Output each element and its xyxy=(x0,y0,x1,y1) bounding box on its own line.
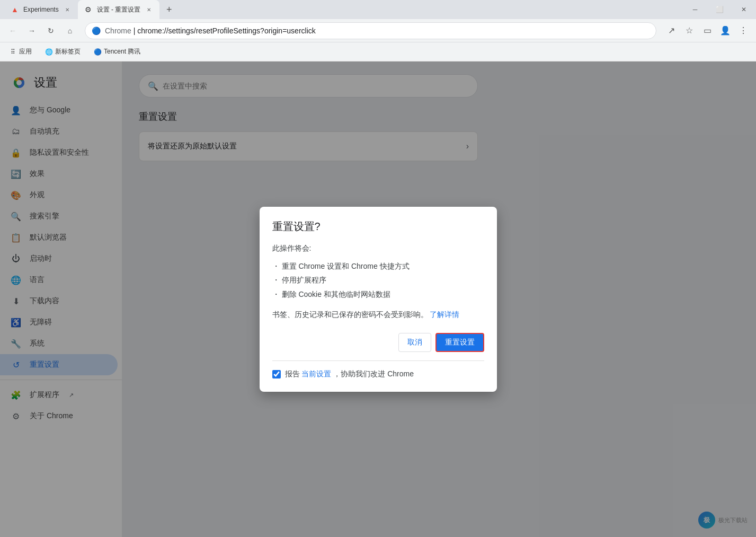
forward-button[interactable]: → xyxy=(23,22,40,39)
dialog-list-text-1: 重置 Chrome 设置和 Chrome 快捷方式 xyxy=(282,260,410,272)
reset-dialog: 重置设置? 此操作将会: ・ 重置 Chrome 设置和 Chrome 快捷方式… xyxy=(260,207,497,392)
address-url: chrome://settings/resetProfileSettings?o… xyxy=(137,27,316,35)
bookmark-apps[interactable]: ⠿ 应用 xyxy=(4,45,36,58)
dialog-list-item-1: ・ 重置 Chrome 设置和 Chrome 快捷方式 xyxy=(272,260,484,272)
home-button[interactable]: ⌂ xyxy=(61,22,78,39)
report-before: 报告 xyxy=(285,369,300,378)
address-text: Chrome | chrome://settings/resetProfileS… xyxy=(105,27,650,35)
address-brand: Chrome xyxy=(105,27,131,35)
reset-confirm-button[interactable]: 重置设置 xyxy=(435,333,484,352)
report-after: ，协助我们改进 Chrome xyxy=(333,369,414,378)
title-bar: ▲ Experiments ✕ ⚙ 设置 - 重置设置 ✕ + ─ ⬜ ✕ xyxy=(0,0,756,19)
dialog-intro: 此操作将会: xyxy=(272,242,484,254)
tencent-icon: 🔵 xyxy=(93,48,102,56)
tab-settings-label: 设置 - 重置设置 xyxy=(97,5,141,14)
tab-experiments-label: Experiments xyxy=(23,6,59,13)
browser-toolbar: ← → ↻ ⌂ 🔵 Chrome | chrome://settings/res… xyxy=(0,19,756,42)
address-separator: | xyxy=(131,27,137,35)
settings-tab-icon: ⚙ xyxy=(84,5,93,14)
new-tab-button[interactable]: + xyxy=(162,2,176,17)
browser-frame: ▲ Experiments ✕ ⚙ 设置 - 重置设置 ✕ + ─ ⬜ ✕ ← … xyxy=(0,0,756,537)
tab-search-button[interactable]: ▭ xyxy=(699,22,716,39)
dialog-title: 重置设置? xyxy=(272,219,484,234)
toolbar-actions: ↗ ☆ ▭ 👤 ⋮ xyxy=(663,22,752,39)
dialog-note-text: 书签、历史记录和已保存的密码不会受到影响。 xyxy=(272,310,428,319)
reload-button[interactable]: ↻ xyxy=(42,22,59,39)
minimize-button[interactable]: ─ xyxy=(683,0,707,19)
cancel-button[interactable]: 取消 xyxy=(398,333,431,352)
report-label: 报告 当前设置 ，协助我们改进 Chrome xyxy=(285,369,414,379)
dialog-body: 此操作将会: ・ 重置 Chrome 设置和 Chrome 快捷方式 ・ 停用扩… xyxy=(272,242,484,321)
bookmarks-bar: ⠿ 应用 🌐 新标签页 🔵 Tencent 腾讯 xyxy=(0,42,756,61)
dialog-list-item-3: ・ 删除 Cookie 和其他临时网站数据 xyxy=(272,288,484,300)
dialog-note: 书签、历史记录和已保存的密码不会受到影响。 了解详情 xyxy=(272,309,484,320)
learn-more-link[interactable]: 了解详情 xyxy=(430,310,459,319)
bookmark-tencent[interactable]: 🔵 Tencent 腾讯 xyxy=(89,45,145,58)
dialog-overlay[interactable]: 重置设置? 此操作将会: ・ 重置 Chrome 设置和 Chrome 快捷方式… xyxy=(0,61,756,537)
current-settings-link[interactable]: 当前设置 xyxy=(301,369,331,378)
address-secure-icon: 🔵 xyxy=(92,27,101,35)
close-button[interactable]: ✕ xyxy=(732,0,756,19)
tab-settings[interactable]: ⚙ 设置 - 重置设置 ✕ xyxy=(78,0,160,19)
window-controls: ─ ⬜ ✕ xyxy=(683,0,756,19)
address-bar[interactable]: 🔵 Chrome | chrome://settings/resetProfil… xyxy=(85,22,656,39)
experiments-tab-icon: ▲ xyxy=(11,5,19,14)
dialog-list-text-2: 停用扩展程序 xyxy=(282,274,326,286)
report-checkbox[interactable] xyxy=(272,370,281,378)
dialog-list-item-2: ・ 停用扩展程序 xyxy=(272,274,484,286)
bookmark-new-tab[interactable]: 🌐 新标签页 xyxy=(40,45,85,58)
tab-settings-close[interactable]: ✕ xyxy=(145,5,153,14)
apps-icon: ⠿ xyxy=(8,48,17,56)
dialog-actions: 取消 重置设置 xyxy=(272,333,484,352)
profile-button[interactable]: 👤 xyxy=(717,22,734,39)
back-button[interactable]: ← xyxy=(4,22,21,39)
new-tab-bm-icon: 🌐 xyxy=(45,48,53,56)
tencent-label: Tencent 腾讯 xyxy=(104,47,140,56)
menu-button[interactable]: ⋮ xyxy=(735,22,752,39)
share-button[interactable]: ↗ xyxy=(663,22,680,39)
dialog-bottom: 报告 当前设置 ，协助我们改进 Chrome xyxy=(272,360,484,379)
tab-experiments[interactable]: ▲ Experiments ✕ xyxy=(4,0,78,19)
bullet-3: ・ xyxy=(272,288,280,300)
dialog-list-text-3: 删除 Cookie 和其他临时网站数据 xyxy=(282,288,390,300)
maximize-button[interactable]: ⬜ xyxy=(707,0,732,19)
bookmark-button[interactable]: ☆ xyxy=(681,22,698,39)
content-area: 设置 👤 您与 Google 🗂 自动填充 🔒 隐私设置和安全性 🔄 效果 🎨 … xyxy=(0,61,756,537)
bullet-2: ・ xyxy=(272,274,280,286)
bullet-1: ・ xyxy=(272,260,280,272)
new-tab-bm-label: 新标签页 xyxy=(55,47,81,56)
tab-experiments-close[interactable]: ✕ xyxy=(63,5,72,14)
apps-label: 应用 xyxy=(19,47,32,56)
